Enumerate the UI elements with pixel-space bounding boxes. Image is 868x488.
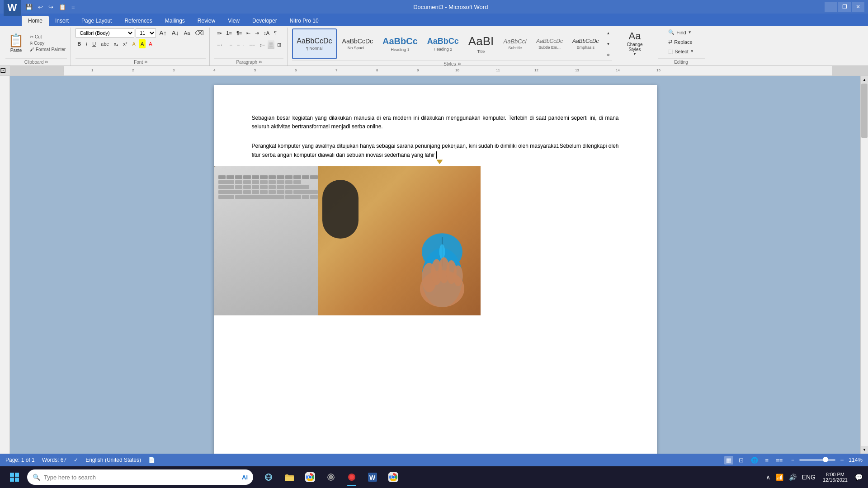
hidden-icons-button[interactable]: ∧ xyxy=(764,472,772,483)
web-layout-view[interactable]: 🌐 xyxy=(749,456,760,465)
bold-button[interactable]: B xyxy=(75,39,83,48)
font-family-select[interactable]: Calibri (Body) xyxy=(75,28,134,38)
sort-button[interactable]: ↕A xyxy=(262,28,271,38)
doc-text-area[interactable]: Sebagian besar kegiatan yang dilakukan m… xyxy=(250,112,621,161)
align-left-button[interactable]: ≡← xyxy=(215,40,226,49)
scroll-thumb[interactable] xyxy=(861,84,868,138)
tab-insert[interactable]: Insert xyxy=(49,16,75,26)
print-button[interactable]: 📋 xyxy=(57,3,68,11)
tab-page-layout[interactable]: Page Layout xyxy=(75,16,118,26)
recording-button[interactable] xyxy=(342,467,362,487)
line-spacing-button[interactable]: ↕≡ xyxy=(258,40,267,49)
zoom-level[interactable]: 114% xyxy=(849,457,863,463)
zoom-thumb[interactable] xyxy=(823,457,828,462)
tab-review[interactable]: Review xyxy=(191,16,222,26)
scroll-up-arrow[interactable]: ▲ xyxy=(861,76,868,84)
align-right-button[interactable]: ≡→ xyxy=(235,40,246,49)
task-view-button[interactable] xyxy=(259,467,278,487)
language-indicator[interactable]: ENG xyxy=(800,472,817,483)
network-icon[interactable]: 📶 xyxy=(774,472,785,483)
styles-scroll-up[interactable]: ▲ xyxy=(605,28,612,38)
scroll-track[interactable] xyxy=(861,84,868,446)
style-heading1[interactable]: AaBbCc Heading 1 xyxy=(378,28,422,59)
zoom-in-button[interactable]: ＋ xyxy=(837,455,847,465)
font-color-button[interactable]: A xyxy=(147,39,154,48)
format-painter-button[interactable]: 🖌 Format Painter xyxy=(28,47,67,52)
style-subtle-em[interactable]: AaBbCcDc Subtle Em... xyxy=(532,28,567,59)
full-screen-view[interactable]: ⊡ xyxy=(737,456,745,465)
find-button[interactable]: 🔍 Find ▼ xyxy=(665,28,695,36)
justify-button[interactable]: ≡≡ xyxy=(247,40,257,49)
font-size-select[interactable]: 11 xyxy=(136,28,156,38)
subscript-button[interactable]: x₂ xyxy=(112,39,120,48)
scroll-down-arrow[interactable]: ▼ xyxy=(861,446,868,454)
styles-more[interactable]: ⊕ xyxy=(605,50,612,59)
zoom-out-button[interactable]: － xyxy=(788,455,797,465)
styles-scroll-down[interactable]: ▼ xyxy=(605,39,612,48)
grow-font-button[interactable]: A↑ xyxy=(157,28,168,38)
zoom-slider[interactable] xyxy=(799,459,835,461)
settings-button[interactable] xyxy=(321,467,341,487)
show-marks-button[interactable]: ¶ xyxy=(272,28,278,38)
minimize-button[interactable]: ─ xyxy=(825,2,837,12)
save-button[interactable]: 💾 xyxy=(24,3,34,11)
highlight-button[interactable]: A xyxy=(139,39,146,48)
increase-indent-button[interactable]: ⇥ xyxy=(253,28,261,38)
tab-references[interactable]: References xyxy=(118,16,158,26)
tab-mailings[interactable]: Mailings xyxy=(159,16,191,26)
search-bar[interactable]: 🔍 Ai xyxy=(27,469,253,485)
speaker-icon[interactable]: 🔊 xyxy=(787,472,798,483)
shrink-font-button[interactable]: A↓ xyxy=(170,28,180,38)
underline-button[interactable]: U xyxy=(90,39,98,48)
language[interactable]: English (United States) xyxy=(85,457,141,463)
paragraph-1[interactable]: Sebagian besar kegiatan yang dilakukan m… xyxy=(250,112,621,133)
start-button[interactable] xyxy=(4,466,25,488)
outline-view[interactable]: ≡ xyxy=(764,456,771,465)
tab-home[interactable]: Home xyxy=(22,16,49,26)
superscript-button[interactable]: x² xyxy=(121,39,129,48)
change-styles-button[interactable]: Aa ChangeStyles ▼ xyxy=(621,28,648,58)
borders-button[interactable]: ⊞ xyxy=(275,40,283,49)
change-case-button[interactable]: Aa xyxy=(182,28,192,38)
select-button[interactable]: ⬚ Select ▼ xyxy=(665,47,698,55)
redo-button[interactable]: ↪ xyxy=(47,3,55,11)
align-center-button[interactable]: ≡ xyxy=(228,40,234,49)
paste-button[interactable]: 📋 Paste xyxy=(5,31,27,55)
time-block[interactable]: 8:00 PM 12/16/2021 xyxy=(819,471,851,483)
ai-label[interactable]: Ai xyxy=(242,474,248,481)
search-input[interactable] xyxy=(44,474,238,481)
style-normal[interactable]: AaBbCcDc ¶ Normal xyxy=(292,28,336,59)
paragraph-expand-icon[interactable]: ⧉ xyxy=(259,60,262,65)
tab-developer[interactable]: Developer xyxy=(246,16,283,26)
style-heading2[interactable]: AaBbCc Heading 2 xyxy=(423,28,463,59)
copy-button[interactable]: ⎘ Copy xyxy=(28,40,67,46)
draft-view[interactable]: ≡≡ xyxy=(774,456,784,465)
italic-button[interactable]: I xyxy=(84,39,89,48)
maximize-button[interactable]: ❐ xyxy=(838,2,851,12)
print-layout-view[interactable]: ▦ xyxy=(724,456,733,465)
chrome2-button[interactable] xyxy=(383,467,403,487)
scroll-area[interactable]: Sebagian besar kegiatan yang dilakukan m… xyxy=(10,76,860,454)
document-page[interactable]: Sebagian besar kegiatan yang dilakukan m… xyxy=(214,85,657,454)
undo-button[interactable]: ↩ xyxy=(36,3,45,11)
vertical-scrollbar[interactable]: ▲ ▼ xyxy=(860,76,868,454)
text-effect-button[interactable]: A xyxy=(131,39,137,48)
strikethrough-button[interactable]: abc xyxy=(99,39,111,48)
decrease-indent-button[interactable]: ⇤ xyxy=(245,28,252,38)
style-title[interactable]: AaBI Title xyxy=(464,28,498,59)
paragraph-2[interactable]: Perangkat komputer yang awalnya ditujuka… xyxy=(250,140,621,161)
style-subtitle[interactable]: AaBbCcI Subtitle xyxy=(499,28,531,59)
notification-button[interactable]: 💬 xyxy=(853,472,864,483)
chrome-button[interactable] xyxy=(300,467,320,487)
clipboard-expand-icon[interactable]: ⧉ xyxy=(45,60,48,65)
multilevel-button[interactable]: ¶≡ xyxy=(235,28,244,38)
tab-view[interactable]: View xyxy=(222,16,246,26)
tab-nitro[interactable]: Nitro Pro 10 xyxy=(283,16,325,26)
numbering-button[interactable]: 1≡ xyxy=(224,28,234,38)
word-taskbar-button[interactable]: W xyxy=(363,467,382,487)
style-no-spacing[interactable]: AaBbCcDc No Spaci... xyxy=(338,28,377,59)
close-button[interactable]: ✕ xyxy=(852,2,864,12)
cut-button[interactable]: ✂ Cut xyxy=(28,34,67,40)
font-expand-icon[interactable]: ⧉ xyxy=(145,60,147,65)
bullets-button[interactable]: ≡• xyxy=(215,28,223,38)
